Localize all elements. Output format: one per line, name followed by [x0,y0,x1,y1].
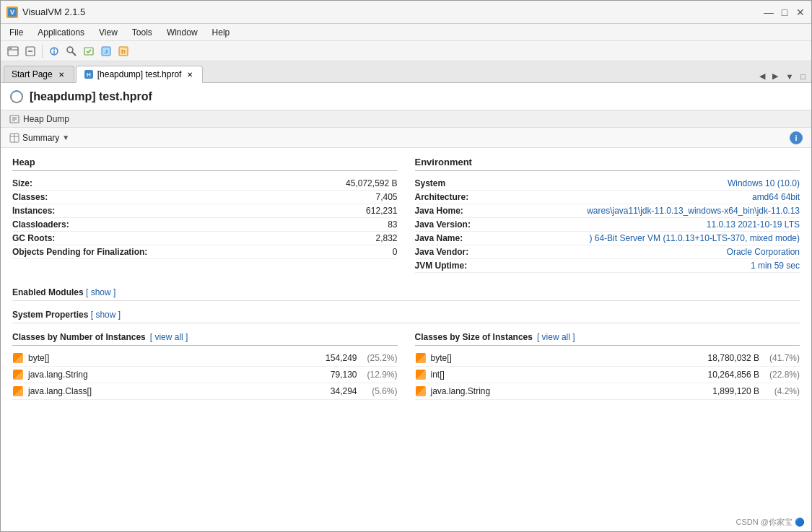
info-icon[interactable]: i [790,131,803,144]
env-row-javavendor: Java Vendor: Oracle Corporation [415,245,800,259]
summary-table-icon [9,133,19,143]
toolbar-btn-7[interactable]: D [115,43,131,59]
heap-section: Heap Size: 45,072,592 B Classes: 7,405 I… [12,157,398,273]
class-name-1: java.lang.String [28,370,302,380]
heap-row-classes: Classes: 7,405 [12,191,398,204]
env-system-label: System [415,178,446,188]
class-count-2: 34,294 [307,386,357,396]
class-size-icon-2 [415,385,427,397]
menu-view[interactable]: View [96,26,121,39]
tab-start-page[interactable]: Start Page ✕ [4,66,74,82]
env-row-javaversion: Java Version: 11.0.13 2021-10-19 LTS [415,218,800,232]
heap-dump-text: Heap Dump [23,114,69,124]
class-size-val-0: 18,780,032 B [687,353,759,363]
menu-help[interactable]: Help [209,26,233,39]
window-title: VisualVM 2.1.5 [22,6,764,17]
env-javahome-value: wares\java11\jdk-11.0.13_windows-x64_bin… [587,206,800,216]
watermark: CSDN @你家宝 🔵 [736,517,805,528]
toolbar-btn-5[interactable] [81,43,97,59]
tab-heapdump-close[interactable]: ✕ [185,69,195,79]
classes-by-instances-link[interactable]: [ view all ] [150,332,188,342]
heap-row-size: Size: 45,072,592 B [12,177,398,191]
toolbar-btn-1[interactable] [5,43,21,59]
class-size-icon-1 [415,369,427,380]
classes-by-size: Classes by Size of Instances [ view all … [415,332,800,400]
summary-dropdown-arrow[interactable]: ▼ [62,134,69,141]
env-javaversion-value: 11.0.13 2021-10-19 LTS [707,219,800,230]
toolbar-btn-4[interactable] [64,43,79,59]
heap-classloaders-value: 83 [388,219,397,230]
menu-applications[interactable]: Applications [35,26,87,39]
window-controls[interactable]: — □ ✕ [764,7,806,17]
class-size-val-1: 10,264,856 B [687,370,759,380]
env-javaversion-label: Java Version: [415,219,471,230]
classes-by-size-title: Classes by Size of Instances [415,332,533,342]
heapdump-tab-icon: H [84,69,94,79]
tab-prev-button[interactable]: ◀ [756,70,768,82]
class-icon-0 [12,352,24,364]
class-size-val-2: 1,899,120 B [687,386,759,396]
heap-pending-label: Objects Pending for Finalization: [12,247,147,257]
tab-detach-button[interactable]: □ [798,71,808,82]
heap-classloaders-label: Classloaders: [12,219,69,230]
class-instance-row-2: java.lang.Class[] 34,294 (5.6%) [12,383,398,400]
heap-dump-label: Heap Dump [1,110,811,128]
env-jvmuptime-label: JVM Uptime: [415,261,468,271]
summary-left: Summary ▼ [9,133,69,143]
classes-by-size-link[interactable]: [ view all ] [537,332,575,342]
class-size-name-0: byte[] [431,353,684,363]
tab-navigation: ◀ ▶ ▼ □ [756,70,808,82]
toolbar: J D [1,41,811,61]
tab-heapdump[interactable]: H [heapdump] test.hprof ✕ [76,66,204,83]
toolbar-btn-6[interactable]: J [98,43,114,59]
close-button[interactable]: ✕ [795,7,806,17]
svg-text:J: J [105,48,108,55]
env-row-system: System Windows 10 (10.0) [415,177,800,191]
svg-line-11 [72,52,76,56]
minimize-button[interactable]: — [764,7,774,17]
tab-start-page-close[interactable]: ✕ [56,69,66,79]
env-section-title: Environment [415,157,800,171]
heap-row-pending: Objects Pending for Finalization: 0 [12,245,398,259]
loading-icon [9,90,24,104]
heap-instances-label: Instances: [12,206,55,216]
enabled-modules-show-link[interactable]: [ show ] [86,287,115,297]
toolbar-btn-2[interactable] [22,43,38,59]
env-arch-value: amd64 64bit [752,192,800,202]
menu-file[interactable]: File [6,26,26,39]
class-size-row-0: byte[] 18,780,032 B (41.7%) [415,350,800,367]
tab-dropdown-button[interactable]: ▼ [782,71,796,82]
class-size-name-1: int[] [431,370,684,380]
svg-text:H: H [87,71,91,78]
tab-next-button[interactable]: ▶ [769,70,781,82]
toolbar-btn-3[interactable] [46,43,62,59]
heap-gcroots-value: 2,832 [375,233,397,243]
svg-point-8 [53,48,55,50]
menu-window[interactable]: Window [164,26,201,39]
maximize-button[interactable]: □ [780,7,790,17]
enabled-modules-section: Enabled Modules [ show ] [12,284,800,301]
heap-env-columns: Heap Size: 45,072,592 B Classes: 7,405 I… [12,157,800,273]
env-row-arch: Architecture: amd64 64bit [415,191,800,204]
env-jvmuptime-value: 1 min 59 sec [751,261,800,271]
heap-classes-value: 7,405 [375,192,397,202]
main-content: [heapdump] test.hprof Heap Dump Summary … [1,83,811,532]
menu-tools[interactable]: Tools [129,26,155,39]
classes-by-instances-header: Classes by Number of Instances [ view al… [12,332,398,346]
env-row-javahome: Java Home: wares\java11\jdk-11.0.13_wind… [415,204,800,218]
class-name-0: byte[] [28,353,302,363]
system-properties-section: System Properties [ show ] [12,307,800,323]
heap-pending-value: 0 [393,247,398,257]
content-area[interactable]: Heap Size: 45,072,592 B Classes: 7,405 I… [1,148,811,532]
svg-point-10 [67,47,73,53]
svg-text:D: D [121,48,126,55]
toolbar-separator-1 [42,45,43,58]
summary-label[interactable]: Summary [22,133,59,143]
system-properties-title: System Properties [12,310,88,320]
env-javavendor-value: Oracle Corporation [727,247,800,257]
system-properties-show-link[interactable]: [ show ] [91,310,121,320]
svg-rect-4 [9,48,12,49]
environment-section: Environment System Windows 10 (10.0) Arc… [415,157,800,273]
env-row-jvmuptime: JVM Uptime: 1 min 59 sec [415,259,800,273]
summary-bar: Summary ▼ i [1,128,811,148]
